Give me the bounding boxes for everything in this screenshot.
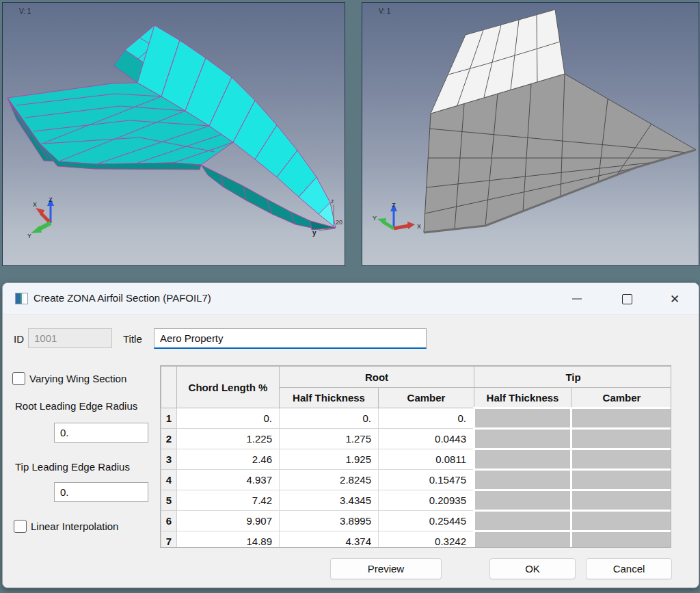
- nose-y-label: y: [312, 229, 317, 237]
- cancel-button[interactable]: Cancel: [586, 558, 672, 579]
- root-half-thickness-cell[interactable]: 1.925: [280, 449, 379, 470]
- chord-length-cell[interactable]: 2.46: [177, 449, 280, 470]
- root-leading-edge-radius-label: Root Leading Edge Radius: [15, 400, 137, 412]
- tip-group-header: Tip: [474, 367, 672, 388]
- axis-label-z: Z: [49, 196, 53, 203]
- root-half-thickness-cell[interactable]: 1.275: [280, 429, 379, 449]
- app-icon: [15, 293, 28, 304]
- row-number-cell: 1: [161, 408, 177, 429]
- root-camber-header: Camber: [379, 388, 474, 408]
- tip-half-thickness-header: Half Thickness: [474, 388, 571, 408]
- row-number-cell: 6: [161, 511, 177, 531]
- root-camber-cell[interactable]: 0.0443: [379, 429, 474, 449]
- table-row: 10.0.0.: [161, 408, 672, 429]
- root-half-thickness-cell[interactable]: 0.: [280, 408, 379, 429]
- root-half-thickness-header: Half Thickness: [280, 388, 379, 408]
- airfoil-table: Chord Length % Root Tip Half Thickness C…: [160, 365, 671, 548]
- axis-label-y: Y: [373, 215, 377, 222]
- maximize-button[interactable]: [612, 289, 642, 309]
- chord-length-cell[interactable]: 4.937: [177, 470, 280, 490]
- row-number-cell: 4: [161, 470, 177, 490]
- dialog-title: Create ZONA Airfoil Section (PAFOIL7): [33, 292, 211, 304]
- title-label: Title: [123, 333, 142, 345]
- title-field[interactable]: [154, 328, 427, 349]
- id-field: [28, 328, 112, 348]
- minimize-icon: [572, 298, 582, 300]
- tip-camber-cell: [571, 490, 672, 511]
- tip-half-thickness-cell: [474, 531, 571, 549]
- tip-camber-cell: [571, 429, 672, 449]
- root-camber-cell[interactable]: 0.15475: [379, 470, 474, 490]
- axis-triad: Z X Y: [27, 196, 79, 239]
- tip-half-thickness-cell: [474, 449, 571, 470]
- close-icon: ✕: [670, 293, 679, 305]
- tip-half-thickness-cell: [474, 470, 571, 490]
- tip-half-thickness-cell: [474, 408, 571, 429]
- tip-half-thickness-cell: [474, 429, 571, 449]
- chord-length-cell[interactable]: 1.225: [177, 429, 280, 449]
- chord-length-header: Chord Length %: [177, 367, 280, 408]
- axis-label-x: X: [33, 201, 37, 208]
- table-row: 21.2251.2750.0443: [161, 429, 672, 449]
- ok-button[interactable]: OK: [489, 558, 576, 579]
- table-row: 57.423.43450.20935: [161, 490, 672, 511]
- tip-camber-cell: [571, 449, 672, 470]
- table-row: 69.9073.89950.25445: [161, 511, 672, 531]
- table-row: 44.9372.82450.15475: [161, 470, 672, 490]
- root-group-header: Root: [280, 367, 474, 388]
- nose-value-label: 20: [336, 219, 342, 226]
- tip-half-thickness-cell: [474, 490, 571, 511]
- row-number-cell: 2: [161, 429, 177, 449]
- corner-header: [161, 367, 177, 408]
- root-camber-cell[interactable]: 0.20935: [379, 490, 474, 511]
- chord-length-cell[interactable]: 9.907: [177, 511, 280, 531]
- maximize-icon: [622, 294, 632, 304]
- root-leading-edge-radius-field[interactable]: [54, 423, 148, 443]
- axis-label-x: X: [417, 223, 421, 230]
- chord-length-cell[interactable]: 0.: [177, 408, 280, 429]
- row-number-cell: 5: [161, 490, 177, 511]
- view-label: V: 1: [379, 8, 390, 15]
- viewport-left[interactable]: z 20 y V: 1 Z X Y: [2, 2, 345, 266]
- airfoil-table-body: 10.0.0.21.2251.2750.044332.461.9250.0811…: [161, 408, 672, 549]
- root-half-thickness-cell[interactable]: 4.374: [280, 531, 379, 549]
- axis-label-z: Z: [392, 202, 396, 209]
- row-number-cell: 3: [161, 449, 177, 470]
- linear-interpolation-checkbox[interactable]: [14, 520, 27, 533]
- varying-wing-section-checkbox[interactable]: [12, 372, 25, 385]
- tip-camber-header: Camber: [571, 388, 672, 408]
- tip-leading-edge-radius-field[interactable]: [54, 482, 148, 502]
- tip-camber-cell: [571, 531, 672, 549]
- linear-interpolation-label: Linear Interpolation: [31, 520, 118, 532]
- root-camber-cell[interactable]: 0.: [379, 408, 474, 429]
- preview-button[interactable]: Preview: [330, 558, 442, 579]
- tip-camber-cell: [571, 408, 672, 429]
- application-window: z 20 y V: 1 Z X Y: [0, 0, 700, 593]
- root-camber-cell[interactable]: 0.0811: [379, 449, 474, 470]
- id-label: ID: [14, 333, 24, 345]
- root-camber-cell[interactable]: 0.3242: [379, 531, 474, 549]
- viewport-right[interactable]: V: 1 Z Y X: [362, 2, 699, 266]
- root-half-thickness-cell[interactable]: 3.8995: [280, 511, 379, 531]
- tip-camber-cell: [571, 511, 672, 531]
- table-row: 714.894.3740.3242: [161, 531, 672, 549]
- chord-length-cell[interactable]: 7.42: [177, 490, 280, 511]
- tip-half-thickness-cell: [474, 511, 571, 531]
- nose-z-label: z: [331, 198, 334, 205]
- tip-leading-edge-radius-label: Tip Leading Edge Radius: [15, 461, 130, 473]
- axis-triad: Z Y X: [372, 200, 427, 239]
- axis-label-y: Y: [27, 233, 31, 239]
- varying-wing-section-label: Varying Wing Section: [29, 373, 126, 384]
- tip-camber-cell: [571, 470, 672, 490]
- dialog-create-zona-airfoil-section: Create ZONA Airfoil Section (PAFOIL7) ✕ …: [2, 282, 699, 588]
- row-number-cell: 7: [161, 531, 177, 549]
- view-label: V: 1: [19, 8, 31, 15]
- table-row: 32.461.9250.0811: [161, 449, 672, 470]
- root-camber-cell[interactable]: 0.25445: [379, 511, 474, 531]
- dialog-titlebar[interactable]: Create ZONA Airfoil Section (PAFOIL7) ✕: [3, 283, 699, 315]
- chord-length-cell[interactable]: 14.89: [177, 531, 280, 549]
- close-button[interactable]: ✕: [660, 289, 690, 309]
- root-half-thickness-cell[interactable]: 2.8245: [280, 470, 379, 490]
- root-half-thickness-cell[interactable]: 3.4345: [280, 490, 379, 511]
- minimize-button[interactable]: [562, 289, 592, 309]
